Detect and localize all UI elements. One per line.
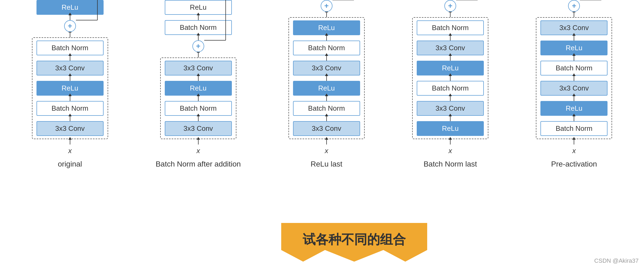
diagram-original: ReLu + [32,0,108,168]
plus-circle4: + [444,0,456,12]
diagram-bn-after: ReLu Batch Norm + [156,0,241,168]
diagram-relu-last: + ReLu [288,0,365,168]
plus-circle3: + [321,0,332,12]
diagram-label-relu-last: ReLu last [311,160,342,168]
x-label: x [68,147,72,155]
x-label2: x [196,147,200,155]
x-label4: x [449,147,452,155]
diagram-pre-activation: + 3x3 Conv [536,0,612,168]
skip-svg3 [332,0,365,13]
skip-connection-svg [76,0,108,36]
relu8: ReLu [417,121,484,136]
conv4: 3x3 Conv [165,121,232,136]
conv2: 3x3 Conv [36,121,104,136]
skip-svg2 [204,0,236,56]
diagram-label-original: original [58,160,82,168]
diagram-label-bn-after: Batch Norm after addition [156,160,241,168]
banner-text: 试各种不同的组合 [281,223,427,262]
plus-circle: + [64,20,76,32]
x-label3: x [325,147,328,155]
csdn-watermark: CSDN @Akira37 [594,257,639,264]
plus-circle2: + [192,40,204,52]
banner: 试各种不同的组合 [281,223,427,262]
diagram-label-bn-last: Batch Norm last [423,160,477,168]
conv6: 3x3 Conv [293,121,360,136]
bn10: Batch Norm [540,121,608,136]
skip-svg5 [580,0,612,13]
plus-circle5: + [568,0,580,12]
diagram-bn-last: + Batch Norm [412,0,488,168]
skip-svg4 [456,0,488,13]
diagram-label-pre-activation: Pre-activation [551,160,597,168]
diagrams-row: ReLu + [0,0,644,168]
x-label5: x [572,147,576,155]
